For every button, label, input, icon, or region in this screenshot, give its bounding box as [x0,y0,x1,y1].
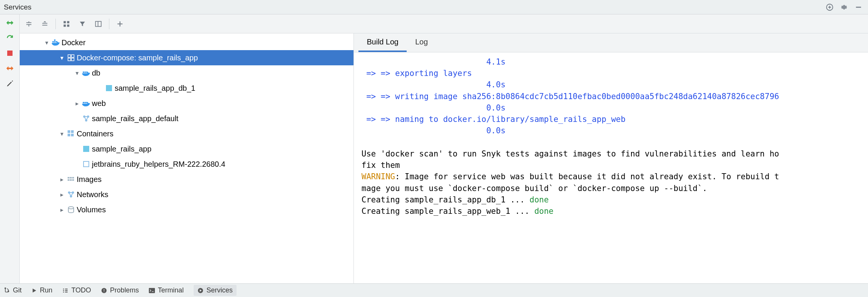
images-icon [66,176,76,183]
tree-label: Volumes [77,205,106,214]
chevron-down-icon: ▾ [73,70,81,77]
tree-label: Docker-compose: sample_rails_app [77,54,198,62]
expand-all-icon[interactable] [24,19,34,29]
statusbar-todo[interactable]: TODO [62,286,91,294]
filter-icon[interactable] [77,19,88,29]
svg-rect-3 [67,21,69,23]
tree-label: sample_rails_app_db_1 [115,84,195,93]
tree-node-compose[interactable]: ▾ Docker-compose: sample_rails_app [20,50,354,65]
statusbar-run[interactable]: Run [32,286,52,294]
tree-label: web [92,99,106,108]
svg-rect-13 [68,58,71,61]
chevron-down-icon: ▾ [43,39,51,46]
gear-icon[interactable] [838,2,850,13]
svg-point-40 [68,207,74,209]
console-output[interactable]: 4.1s => => exporting layers 4.0s => => w… [354,52,868,283]
svg-rect-10 [54,39,56,41]
layout-icon[interactable] [93,19,104,29]
container-stopped-icon [81,161,91,167]
group-by-icon[interactable] [61,19,72,29]
svg-rect-18 [106,85,112,91]
docker-service-icon [81,100,91,107]
tree-node-networks[interactable]: ▸ Networks [20,187,354,202]
svg-rect-36 [72,179,74,181]
containers-group-icon [66,130,76,137]
output-tabs: Build Log Log [354,33,868,52]
svg-rect-5 [67,24,69,27]
container-running-icon [81,146,91,152]
docker-icon [51,39,61,46]
svg-rect-27 [68,134,70,136]
svg-rect-15 [83,71,84,73]
tab-log[interactable]: Log [407,33,436,52]
tree-node-volumes[interactable]: ▸ Volumes [20,202,354,217]
tree-label: sample_rails_app_default [92,114,178,123]
edit-icon[interactable] [5,78,15,89]
svg-rect-31 [68,177,69,179]
statusbar-problems[interactable]: Problems [101,286,139,294]
statusbar-git[interactable]: Git [4,286,22,294]
tree-label: db [92,69,100,77]
services-toolbar [20,14,868,33]
tool-window-title: Services [4,3,821,11]
statusbar-services[interactable]: Services [194,285,237,296]
svg-rect-33 [72,177,74,179]
chevron-down-icon: ▾ [58,130,66,137]
svg-rect-32 [70,177,72,179]
tool-window-titlebar: Services [0,0,868,14]
chevron-right-icon: ▸ [58,206,66,213]
svg-rect-35 [70,179,72,181]
tree-node-db-container[interactable]: sample_rails_app_db_1 [20,81,354,96]
svg-rect-34 [68,179,69,181]
svg-rect-46 [149,288,155,293]
tree-node-container-app[interactable]: sample_rails_app [20,141,354,156]
tree-node-container-helpers[interactable]: jetbrains_ruby_helpers_RM-222.2680.4 [20,156,354,172]
svg-rect-2 [64,21,66,23]
svg-rect-14 [71,58,74,61]
svg-rect-44 [104,289,104,291]
stop-icon[interactable] [5,48,15,58]
svg-rect-26 [71,130,74,133]
add-service-icon[interactable] [824,2,835,13]
tree-label: sample_rails_app [92,145,152,153]
down-icon[interactable] [5,63,15,74]
network-icon [66,191,76,198]
tab-build-log[interactable]: Build Log [358,33,407,52]
statusbar-terminal[interactable]: Terminal [149,286,184,294]
network-icon [81,115,91,122]
svg-rect-20 [85,102,86,103]
tree-node-images[interactable]: ▸ Images [20,172,354,187]
left-gutter [0,14,20,283]
svg-rect-30 [84,161,89,167]
svg-rect-16 [85,71,86,73]
hide-icon[interactable] [853,2,864,13]
services-tree[interactable]: ▾ Docker ▾ Docker-compose: sample_rails_… [20,33,354,283]
tree-node-containers[interactable]: ▾ Containers [20,126,354,141]
chevron-right-icon: ▸ [73,100,81,107]
rerun-icon[interactable] [5,33,15,43]
svg-rect-11 [68,55,71,57]
tree-label: Images [77,175,102,184]
tree-node-network-default[interactable]: sample_rails_app_default [20,111,354,126]
volumes-icon [66,206,76,213]
svg-rect-8 [54,41,56,43]
statusbar: Git Run TODO Problems Terminal Services [0,283,868,297]
svg-rect-45 [104,291,104,292]
svg-rect-4 [64,24,66,27]
add-icon[interactable] [115,19,125,29]
tree-node-docker[interactable]: ▾ Docker [20,35,354,50]
separator [109,19,109,29]
svg-rect-7 [52,41,54,43]
tree-label: Networks [77,190,108,199]
chevron-down-icon: ▾ [58,54,66,62]
container-running-icon [104,85,114,91]
tree-label: Containers [77,130,114,138]
svg-rect-1 [7,51,13,56]
tree-node-web[interactable]: ▸ web [20,96,354,111]
output-panel: Build Log Log 4.1s => => exporting layer… [354,33,868,283]
svg-rect-28 [71,134,74,136]
docker-service-icon [81,70,91,76]
collapse-all-icon[interactable] [39,19,50,29]
deploy-icon[interactable] [5,17,15,28]
tree-node-db[interactable]: ▾ db [20,65,354,81]
